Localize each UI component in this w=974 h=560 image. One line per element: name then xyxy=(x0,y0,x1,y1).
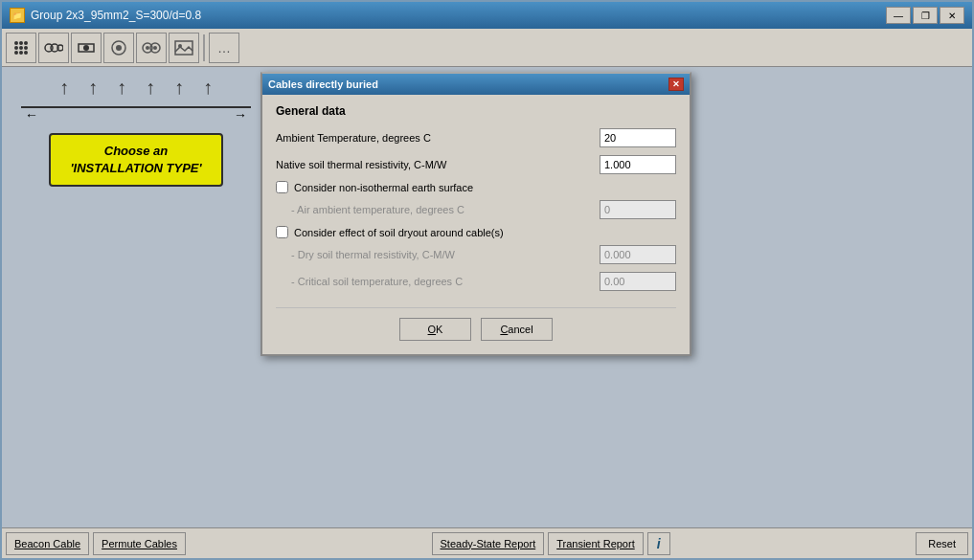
critical-soil-label: - Critical soil temperature, degrees C xyxy=(276,276,600,287)
air-ambient-input xyxy=(600,200,676,219)
ok-label-rest: K xyxy=(436,324,442,335)
toolbar-multi-dot-btn[interactable] xyxy=(38,33,69,63)
toolbar-circle-btn[interactable] xyxy=(103,33,134,63)
beacon-cable-label: Beacon Cable xyxy=(14,538,80,549)
dialog-content: General data Ambient Temperature, degree… xyxy=(262,95,690,354)
dialog-close-button[interactable]: ✕ xyxy=(668,78,684,91)
toolbar-grid-btn[interactable] xyxy=(6,33,36,63)
minimize-button[interactable]: — xyxy=(886,7,911,24)
info-icon: i xyxy=(657,536,661,551)
dialog-title-bar: Cables directly buried ✕ xyxy=(262,74,690,95)
status-bar: Beacon Cable Permute Cables Steady-State… xyxy=(2,527,972,558)
steady-state-report-button[interactable]: Steady-State Report xyxy=(432,532,545,555)
permute-cables-button[interactable]: Permute Cables xyxy=(93,532,186,555)
dialog-title: Cables directly buried xyxy=(268,78,378,90)
dry-soil-label: - Dry soil thermal resistivity, C-M/W xyxy=(276,249,600,260)
dialog-cables-directly-buried: Cables directly buried ✕ General data Am… xyxy=(260,72,691,356)
permute-cables-label: Permute Cables xyxy=(102,538,177,549)
ambient-temp-label: Ambient Temperature, degrees C xyxy=(276,132,600,144)
title-bar-buttons: — ❐ ✕ xyxy=(886,7,964,24)
modal-overlay: Cables directly buried ✕ General data Am… xyxy=(2,67,972,531)
svg-point-10 xyxy=(153,46,157,50)
small-circle-icon xyxy=(77,38,96,57)
soil-dryout-checkbox[interactable] xyxy=(276,226,288,238)
close-button[interactable]: ✕ xyxy=(940,7,964,24)
dialog-buttons: OK Cancel xyxy=(276,307,676,341)
toolbar: … xyxy=(2,29,972,67)
dry-soil-input xyxy=(600,245,676,264)
folder-icon: 📁 xyxy=(10,8,25,23)
transient-report-label: Transient Report xyxy=(556,538,635,549)
ok-button[interactable]: OK xyxy=(399,318,471,341)
non-isothermal-label: Consider non-isothermal earth surface xyxy=(294,182,473,193)
soil-dryout-checkbox-row: Consider effect of soil dryout around ca… xyxy=(276,226,676,238)
title-bar: 📁 Group 2x3_95mm2_S=300/d=0.8 — ❐ ✕ xyxy=(2,2,972,29)
air-ambient-row: - Air ambient temperature, degrees C xyxy=(276,199,676,220)
reset-label: Reset xyxy=(928,538,956,549)
non-isothermal-checkbox-row: Consider non-isothermal earth surface xyxy=(276,181,676,193)
toolbar-small-btn[interactable] xyxy=(71,33,102,63)
window-title: Group 2x3_95mm2_S=300/d=0.8 xyxy=(31,9,201,22)
toolbar-ring-btn[interactable] xyxy=(136,33,167,63)
reset-button[interactable]: Reset xyxy=(916,532,968,555)
multi-circle-icon xyxy=(44,38,63,57)
beacon-cable-button[interactable]: Beacon Cable xyxy=(6,532,89,555)
dry-soil-row: - Dry soil thermal resistivity, C-M/W xyxy=(276,244,676,265)
soil-resistivity-input[interactable] xyxy=(600,155,676,174)
soil-dryout-label: Consider effect of soil dryout around ca… xyxy=(294,227,504,238)
soil-resistivity-label: Native soil thermal resistivity, C-M/W xyxy=(276,159,600,170)
image-icon xyxy=(173,37,194,58)
svg-point-4 xyxy=(83,45,89,51)
critical-soil-input xyxy=(600,272,676,291)
grid-icon xyxy=(14,41,28,55)
restore-button[interactable]: ❐ xyxy=(913,7,938,24)
air-ambient-label: - Air ambient temperature, degrees C xyxy=(276,204,600,215)
soil-resistivity-row: Native soil thermal resistivity, C-M/W xyxy=(276,154,676,175)
svg-point-6 xyxy=(116,45,122,51)
ring-icon xyxy=(141,37,162,58)
toolbar-image-btn[interactable] xyxy=(169,33,199,63)
svg-point-9 xyxy=(146,46,149,50)
separator xyxy=(203,34,205,61)
info-icon-button[interactable]: i xyxy=(647,532,670,555)
cancel-label-rest: ancel xyxy=(508,324,532,335)
transient-report-button[interactable]: Transient Report xyxy=(548,532,644,555)
steady-state-label: Steady-State Report xyxy=(441,538,536,549)
section-title: General data xyxy=(276,104,676,118)
title-bar-left: 📁 Group 2x3_95mm2_S=300/d=0.8 xyxy=(10,8,201,23)
target-icon xyxy=(108,37,129,58)
content-area: ↑ ↑ ↑ ↑ ↑ ↑ ← → Choose an 'INSTALLATION … xyxy=(2,67,972,531)
ambient-temp-input[interactable] xyxy=(600,128,676,147)
toolbar-more-btn[interactable]: … xyxy=(209,33,239,63)
non-isothermal-checkbox[interactable] xyxy=(276,181,288,193)
critical-soil-row: - Critical soil temperature, degrees C xyxy=(276,271,676,292)
ambient-temp-row: Ambient Temperature, degrees C xyxy=(276,127,676,148)
main-window: 📁 Group 2x3_95mm2_S=300/d=0.8 — ❐ ✕ xyxy=(0,0,974,560)
cancel-button[interactable]: Cancel xyxy=(481,318,553,341)
